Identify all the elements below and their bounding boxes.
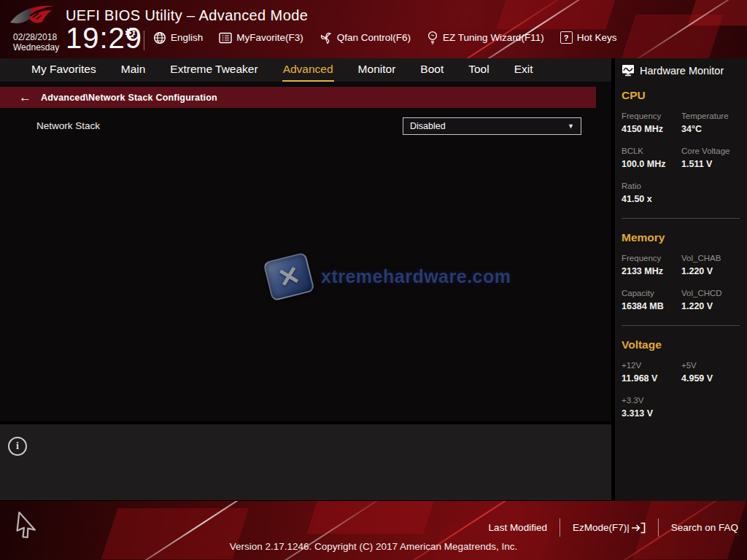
favorites-list-icon [219,32,232,44]
tab-my-favorites[interactable]: My Favorites [31,58,97,82]
footer-decor-cube [306,501,437,534]
memory-heading: Memory [622,231,747,244]
network-stack-value: Disabled [410,121,446,131]
lightbulb-icon [427,31,438,44]
date-text: 02/28/2018 [13,32,59,42]
cpu-heading: CPU [622,89,747,102]
bios-screen: UEFI BIOS Utility – Advanced Mode 02/28/… [0,0,747,560]
day-text: Wednesday [13,42,59,52]
brand: UEFI BIOS Utility – Advanced Mode [9,1,308,29]
watermark: ✕ xtremehardware.com [267,257,511,297]
qfan-label: Qfan Control(F6) [337,32,411,43]
header-decor-cube [688,0,747,26]
back-arrow-icon[interactable]: ← [19,91,31,104]
tab-advanced[interactable]: Advanced [282,58,334,82]
header-decor-cube [496,0,619,29]
tab-extreme-tweaker[interactable]: Extreme Tweaker [169,58,258,82]
footer-separator [658,518,659,537]
tab-tool[interactable]: Tool [468,58,489,82]
footer: Last Modified EzMode(F7)| Search on FAQ … [0,501,747,560]
network-stack-row: Network Stack Disabled ▼ [0,117,611,135]
globe-icon [153,31,166,44]
cpu-core-voltage: Core Voltage1.511 V [681,147,747,169]
hardware-monitor-panel: Hardware Monitor CPU Frequency4150 MHz T… [615,58,747,501]
footer-actions: Last Modified EzMode(F7)| Search on FAQ [489,518,738,537]
hot-keys-label: Hot Keys [577,32,617,43]
hardware-monitor-title: Hardware Monitor [615,58,747,77]
cpu-ratio: Ratio41.50 x [622,182,681,204]
myfavorite-label: MyFavorite(F3) [236,32,303,43]
tab-main[interactable]: Main [120,58,147,82]
hardware-monitor-label: Hardware Monitor [640,65,724,77]
help-infobar: i [0,424,611,500]
footer-separator [560,518,560,537]
voltage-12v: +12V11.968 V [622,361,681,384]
cpu-frequency: Frequency4150 MHz [622,112,681,134]
question-box-icon: ? [560,31,573,44]
cpu-grid: Frequency4150 MHz Temperature34°C BCLK10… [622,112,747,204]
hot-keys-button[interactable]: ? Hot Keys [560,31,617,44]
search-on-faq-button[interactable]: Search on FAQ [671,522,738,533]
ezmode-label: EzMode(F7)| [573,522,630,533]
myfavorite-button[interactable]: MyFavorite(F3) [219,32,303,44]
info-icon: i [8,437,27,456]
cpu-temperature: Temperature34°C [681,112,747,134]
version-text: Version 2.17.1246. Copyright (C) 2017 Am… [0,541,747,552]
memory-frequency: Frequency2133 MHz [622,254,681,276]
language-label: English [171,32,203,43]
chevron-down-icon: ▼ [568,122,574,130]
datetime: 02/28/2018 Wednesday [13,32,59,53]
memory-grid: Frequency2133 MHz Vol_CHAB1.220 V Capaci… [622,254,747,311]
network-stack-dropdown[interactable]: Disabled ▼ [403,117,581,135]
header: UEFI BIOS Utility – Advanced Mode 02/28/… [0,0,747,58]
mouse-cursor-icon [12,507,44,542]
monitor-icon [622,64,635,77]
qfan-control-button[interactable]: Qfan Control(F6) [320,31,411,44]
voltage-grid: +12V11.968 V +5V4.959 V +3.3V3.313 V [622,361,747,419]
watermark-logo-icon: ✕ [263,252,315,302]
memory-capacity: Capacity16384 MB [622,289,681,311]
ezmode-button[interactable]: EzMode(F7)| [573,522,646,534]
watermark-x-icon: ✕ [274,259,303,294]
sidebar-divider [622,218,740,219]
quick-access-bar: English MyFavorite(F3) Qfan Control(F6) … [153,31,616,44]
watermark-text: xtremehardware.com [321,266,511,287]
network-stack-label: Network Stack [36,117,100,135]
tab-monitor[interactable]: Monitor [357,58,397,82]
exit-to-ezmode-icon [631,522,646,534]
voltage-5v: +5V4.959 V [681,361,747,384]
rog-logo-icon [9,1,55,29]
nav-tabbar: My Favorites Main Extreme Tweaker Advanc… [0,58,611,82]
header-divider [144,31,144,50]
tab-exit[interactable]: Exit [514,58,534,82]
voltage-heading: Voltage [622,338,747,351]
ez-tuning-label: EZ Tuning Wizard(F11) [443,32,544,43]
fan-icon [320,31,333,44]
ez-tuning-wizard-button[interactable]: EZ Tuning Wizard(F11) [427,31,544,44]
language-button[interactable]: English [153,31,203,44]
cpu-bclk: BCLK100.0 MHz [622,147,681,169]
breadcrumb: Advanced\Network Stack Configuration [41,93,217,103]
clock-settings-gear-icon[interactable]: ⚙ [124,25,136,42]
memory-vol-chcd: Vol_CHCD1.220 V [681,289,747,311]
main-content: ← Advanced\Network Stack Configuration N… [0,82,611,421]
tab-boot[interactable]: Boot [419,58,444,82]
sidebar-divider [622,325,740,326]
voltage-3v3: +3.3V3.313 V [622,396,681,419]
breadcrumb-bar: ← Advanced\Network Stack Configuration [0,87,596,108]
last-modified-button[interactable]: Last Modified [489,522,547,533]
memory-vol-chab: Vol_CHAB1.220 V [681,254,747,276]
